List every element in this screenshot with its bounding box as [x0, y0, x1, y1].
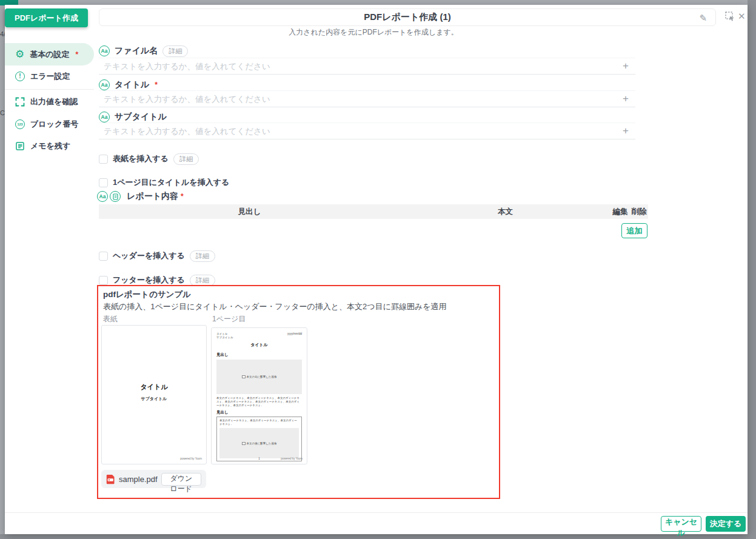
page1-title-checkbox[interactable] [99, 178, 108, 187]
error-circle-icon: ! [15, 72, 25, 81]
page1-header-left: タイトル サブタイトル [216, 332, 233, 339]
text-type-icon: Aa [99, 45, 110, 56]
sample-file-name[interactable]: sample.pdf [119, 475, 158, 484]
title-input[interactable] [99, 90, 635, 107]
sidebar-item-check-output[interactable]: 出力値を確認 [5, 90, 94, 113]
detail-pill[interactable]: 詳細 [173, 153, 199, 165]
edit-pencil-icon[interactable]: ✎ [699, 13, 707, 24]
field-label: タイトル [115, 79, 149, 90]
sidebar-item-basic-settings[interactable]: ⚙ 基本の設定 * [5, 43, 94, 65]
footer-divider [5, 512, 748, 513]
checkbox-row-page1-title: 1ページ目にタイトルを挿入する [99, 177, 229, 188]
pdf-file-icon [106, 474, 115, 484]
cancel-button[interactable]: キャンセル [661, 516, 701, 532]
memo-icon [15, 141, 25, 151]
checkbox-label: ヘッダーを挿入する [113, 250, 185, 261]
bordered-body-box: 本文のダミーテキスト、本文のダミーテキスト、本文のダミーテキスト。 本文の後に配… [216, 417, 302, 461]
checkbox-row-insert-footer: フッターを挿入する 詳細 [99, 275, 215, 286]
window-edge-right [748, 0, 756, 539]
document-type-icon [110, 191, 121, 202]
background-fragment-text: 4/3 [0, 30, 5, 38]
detail-pill[interactable]: 詳細 [190, 275, 215, 286]
cover-subtitle: サブタイトル [102, 396, 206, 402]
page1-heading2: 見出し [216, 410, 302, 415]
image-icon [242, 375, 246, 378]
pdf-report-modal: PDFレポート作成 PDFレポート作成 (1) ✎ 入力された内容を元にPDFレ… [5, 5, 748, 534]
text-type-icon: Aa [99, 112, 110, 122]
checkbox-label: フッターを挿入する [113, 275, 185, 286]
page1-header-date: yyyy/mm/dd [287, 332, 302, 339]
image-placeholder-before-body: 本文の前に配置した画像 [216, 360, 302, 394]
powered-by-text: powered by Yoom [281, 457, 303, 460]
screen: 4/3 CS PDFレポート作成 PDFレポート作成 (1) ✎ 入力された内容… [0, 0, 756, 539]
checkbox-row-insert-cover: 表紙を挿入する 詳細 [99, 153, 199, 164]
sidebar-divider [5, 89, 94, 90]
page1-body-text: 本文のダミーテキスト、本文のダミーテキスト、本文のダミーテキスト、本文のダミーテ… [216, 397, 302, 407]
page1-header: タイトル サブタイトル yyyy/mm/dd [216, 332, 302, 339]
report-content-table-header: 見出し 本文 編集 削除 [99, 204, 648, 219]
detail-pill[interactable]: 詳細 [190, 250, 215, 262]
boxed-body-text: 本文のダミーテキスト、本文のダミーテキスト、本文のダミーテキスト。 [219, 419, 299, 426]
required-asterisk: * [76, 50, 79, 59]
field-label: サブタイトル [115, 112, 167, 122]
selection-mode-icon[interactable] [725, 12, 735, 22]
sidebar-item-leave-memo[interactable]: メモを残す [5, 135, 94, 157]
sample-file-chip: sample.pdf ダウンロード [101, 470, 206, 488]
modal-subtitle: 入力された内容を元にPDFレポートを作成します。 [99, 27, 648, 38]
output-brackets-icon [15, 97, 25, 107]
page1-title: タイトル [216, 342, 302, 348]
column-header-delete[interactable]: 削除 [630, 207, 648, 217]
insert-header-checkbox[interactable] [99, 252, 108, 261]
download-button[interactable]: ダウンロード [161, 473, 201, 486]
sidebar-item-label: ブロック番号 [30, 119, 78, 130]
required-asterisk: * [155, 81, 158, 89]
block-type-badge[interactable]: PDFレポート作成 [5, 8, 88, 27]
subtitle-input[interactable] [99, 122, 635, 139]
sidebar-item-block-number[interactable]: 123 ブロック番号 [5, 113, 94, 135]
block-number-icon: 123 [15, 119, 25, 129]
image-caption: 本文の後に配置した画像 [247, 442, 277, 445]
insert-cover-checkbox[interactable] [99, 155, 108, 164]
modal-title: PDFレポート作成 (1) [364, 12, 451, 23]
detail-pill[interactable]: 詳細 [162, 45, 188, 57]
sidebar-item-label: メモを残す [30, 141, 70, 152]
cover-preview-label: 表紙 [103, 314, 118, 324]
sample-title: pdfレポートのサンプル [103, 289, 191, 300]
powered-by-text: powered by Yoom [180, 457, 202, 460]
close-icon[interactable]: ✕ [738, 11, 746, 22]
checkbox-label: 1ページ目にタイトルを挿入する [113, 177, 229, 188]
page1-heading1: 見出し [216, 352, 302, 358]
cover-title-block: タイトル サブタイトル [102, 383, 206, 402]
page1-header-subtitle: サブタイトル [216, 336, 233, 340]
image-icon [242, 442, 246, 445]
field-label: ファイル名 [115, 45, 158, 56]
plus-icon[interactable]: + [618, 90, 633, 107]
column-header-heading: 見出し [99, 207, 400, 217]
column-header-edit[interactable]: 編集 [610, 207, 630, 217]
checkbox-row-insert-header: ヘッダーを挿入する 詳細 [99, 250, 215, 261]
checkbox-label: 表紙を挿入する [113, 153, 169, 164]
insert-footer-checkbox[interactable] [99, 276, 108, 285]
sidebar-item-label: 基本の設定 [30, 49, 69, 60]
window-edge-bottom [0, 534, 756, 539]
image-caption: 本文の前に配置した画像 [247, 375, 277, 378]
confirm-button[interactable]: 決定する [706, 516, 746, 532]
cover-title: タイトル [102, 383, 206, 392]
required-asterisk: * [181, 192, 184, 201]
sidebar-item-error-settings[interactable]: ! エラー設定 [5, 65, 94, 87]
add-row-button[interactable]: 追加 [621, 223, 647, 238]
plus-icon[interactable]: + [618, 122, 633, 139]
text-type-icon: Aa [97, 191, 108, 202]
field-label-row-filename: Aa ファイル名 詳細 [99, 45, 188, 57]
plus-icon[interactable]: + [618, 58, 633, 75]
sidebar-item-label: 出力値を確認 [30, 96, 78, 107]
text-type-icon: Aa [99, 79, 110, 90]
image-placeholder-after-body: 本文の後に配置した画像 [219, 428, 299, 458]
cover-page-preview: タイトル サブタイトル powered by Yoom [101, 325, 207, 464]
field-label-row-subtitle: Aa サブタイトル [99, 111, 167, 123]
sidebar-item-label: エラー設定 [30, 71, 70, 82]
filename-input[interactable] [99, 58, 635, 75]
modal-title-field[interactable]: PDFレポート作成 (1) ✎ [99, 8, 716, 26]
field-label-row-title: Aa タイトル * [99, 79, 158, 91]
gear-icon: ⚙ [15, 49, 24, 59]
